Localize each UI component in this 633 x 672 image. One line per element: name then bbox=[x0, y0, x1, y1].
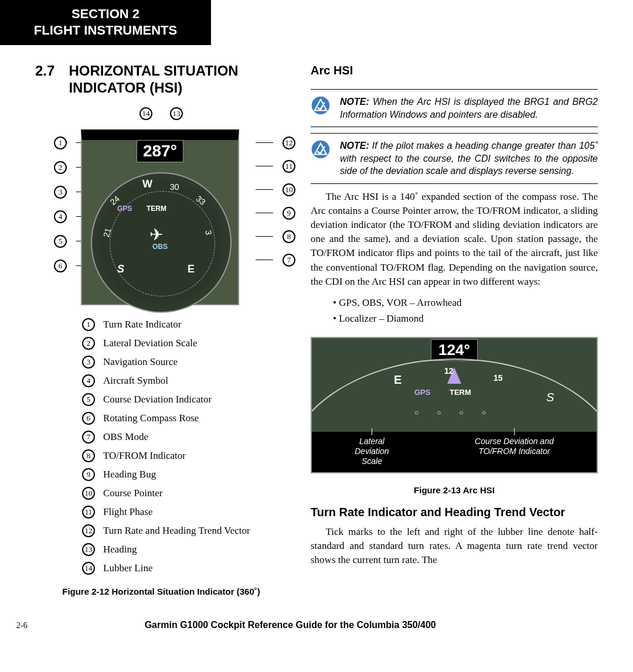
callout-7: 7 bbox=[283, 254, 295, 267]
arc-figure: 124° 12 E 15 S GPS TERM ○ ○ ○ ○ Lateral … bbox=[311, 337, 598, 473]
legend-num: 7 bbox=[82, 431, 95, 444]
legend-num: 11 bbox=[82, 506, 95, 519]
bullet-2: Localizer – Diamond bbox=[333, 311, 598, 326]
legend-row: 14Lubber Line bbox=[82, 562, 287, 575]
arc-12: 12 bbox=[444, 366, 454, 376]
arc-body-paragraph: The Arc HSI is a 140˚ expanded section o… bbox=[311, 190, 598, 289]
note-icon bbox=[311, 139, 331, 159]
legend-row: 12Turn Rate and Heading Trend Vector bbox=[82, 524, 287, 537]
section-line1: SECTION 2 bbox=[12, 6, 199, 22]
callouts-top: 14 13 bbox=[35, 107, 287, 120]
page-footer: 2-6 Garmin G1000 Cockpit Reference Guide… bbox=[0, 608, 633, 648]
main-heading: 2.7 HORIZONTAL SITUATION INDICATOR (HSI) bbox=[35, 63, 287, 97]
hsi-heading: 287° bbox=[137, 140, 183, 162]
note-block-2: NOTE: If the pilot makes a heading chang… bbox=[311, 133, 598, 184]
legend-num: 14 bbox=[82, 562, 95, 575]
callout-14: 14 bbox=[139, 107, 152, 120]
arc-instrument: 124° 12 E 15 S GPS TERM ○ ○ ○ ○ bbox=[312, 338, 597, 432]
legend-text: Navigation Source bbox=[103, 356, 178, 368]
arc-annotations: Lateral Deviation Scale Course Deviation… bbox=[312, 432, 597, 472]
legend-text: Course Pointer bbox=[103, 487, 163, 499]
legend-num: 12 bbox=[82, 524, 95, 537]
arc-term: TERM bbox=[450, 388, 471, 397]
note-2-text: NOTE: If the pilot makes a heading chang… bbox=[340, 139, 598, 178]
compass-e: E bbox=[188, 263, 195, 275]
legend-num: 6 bbox=[82, 412, 95, 425]
left-column: 2.7 HORIZONTAL SITUATION INDICATOR (HSI)… bbox=[35, 63, 287, 596]
arc-gps: GPS bbox=[414, 388, 430, 397]
legend-row: 4Aircraft Symbol bbox=[82, 374, 287, 387]
legend-num: 5 bbox=[82, 393, 95, 406]
hsi-instrument: 287° W 30 33 24 21 S E 3 GPS TERM OBS ✈ bbox=[81, 129, 239, 305]
legend-text: Lubber Line bbox=[103, 562, 153, 574]
legend-row: 6Rotating Compass Rose bbox=[82, 412, 287, 425]
figure-left-caption: Figure 2-12 Horizontal Situation Indicat… bbox=[35, 586, 287, 596]
deviation-scale: ○ ○ ○ ○ bbox=[312, 408, 597, 417]
footer-title: Garmin G1000 Cockpit Reference Guide for… bbox=[145, 620, 436, 630]
legend-num: 1 bbox=[82, 318, 95, 331]
bullet-list: GPS, OBS, VOR – Arrowhead Localizer – Di… bbox=[333, 295, 598, 326]
legend-row: 9Heading Bug bbox=[82, 468, 287, 481]
compass-30: 30 bbox=[170, 182, 179, 192]
legend-text: Turn Rate and Heading Trend Vector bbox=[103, 525, 250, 537]
legend-text: Flight Phase bbox=[103, 506, 153, 518]
callout-10: 10 bbox=[283, 183, 295, 196]
legend-text: OBS Mode bbox=[103, 431, 148, 443]
callout-5: 5 bbox=[54, 235, 67, 248]
legend-text: Heading bbox=[103, 544, 137, 555]
callout-3: 3 bbox=[54, 186, 67, 199]
legend-row: 2Lateral Deviation Scale bbox=[82, 337, 287, 350]
compass-s: S bbox=[117, 263, 124, 275]
legend-num: 10 bbox=[82, 487, 95, 500]
annot-left: Lateral Deviation Scale bbox=[355, 436, 389, 466]
heading-title: HORIZONTAL SITUATION INDICATOR (HSI) bbox=[69, 63, 287, 97]
legend-num: 3 bbox=[82, 356, 95, 369]
section-line2: FLIGHT INSTRUMENTS bbox=[12, 22, 199, 39]
callout-12: 12 bbox=[283, 137, 295, 149]
note-icon bbox=[311, 95, 331, 115]
section-header: SECTION 2 FLIGHT INSTRUMENTS bbox=[0, 0, 211, 45]
legend: 1Turn Rate Indicator2Lateral Deviation S… bbox=[82, 318, 287, 575]
legend-text: Course Deviation Indicator bbox=[103, 394, 212, 405]
legend-row: 10Course Pointer bbox=[82, 487, 287, 500]
legend-row: 11Flight Phase bbox=[82, 506, 287, 519]
legend-num: 9 bbox=[82, 468, 95, 481]
arc-15: 15 bbox=[494, 373, 503, 383]
heading-number: 2.7 bbox=[35, 63, 55, 79]
callout-9: 9 bbox=[283, 207, 295, 220]
legend-num: 2 bbox=[82, 337, 95, 350]
turn-rate-paragraph: Tick marks to the left and right of the … bbox=[311, 525, 598, 567]
arc-e: E bbox=[394, 373, 401, 387]
aircraft-icon: ✈ bbox=[149, 225, 163, 244]
legend-row: 8TO/FROM Indicator bbox=[82, 449, 287, 462]
hsi-figure: 14 13 1 2 3 4 5 6 287° W 30 33 24 21 bbox=[35, 107, 287, 306]
bullet-1: GPS, OBS, VOR – Arrowhead bbox=[333, 295, 598, 311]
right-column: Arc HSI NOTE: When the Arc HSI is displa… bbox=[311, 63, 598, 596]
arc-s: S bbox=[546, 391, 554, 404]
legend-row: 1Turn Rate Indicator bbox=[82, 318, 287, 331]
legend-text: Rotating Compass Rose bbox=[103, 412, 199, 424]
figure-right-caption: Figure 2-13 Arc HSI bbox=[311, 485, 598, 495]
page-number: 2-6 bbox=[16, 621, 28, 630]
callout-6: 6 bbox=[54, 260, 67, 272]
annot-right: Course Deviation and TO/FROM Indicator bbox=[475, 436, 554, 466]
legend-num: 4 bbox=[82, 374, 95, 387]
hsi-term-label: TERM bbox=[147, 204, 166, 213]
legend-row: 5Course Deviation Indicator bbox=[82, 393, 287, 406]
callout-4: 4 bbox=[54, 210, 67, 223]
hsi-gps-label: GPS bbox=[117, 204, 132, 213]
note-block-1: NOTE: When the Arc HSI is displayed the … bbox=[311, 89, 598, 127]
legend-text: Aircraft Symbol bbox=[103, 375, 168, 387]
arc-hsi-heading: Arc HSI bbox=[311, 64, 598, 77]
legend-text: TO/FROM Indicator bbox=[103, 450, 186, 462]
callout-2: 2 bbox=[54, 161, 67, 174]
legend-num: 13 bbox=[82, 543, 95, 556]
legend-num: 8 bbox=[82, 449, 95, 462]
callout-1: 1 bbox=[54, 137, 67, 149]
compass-w: W bbox=[142, 178, 152, 190]
legend-text: Lateral Deviation Scale bbox=[103, 337, 197, 349]
legend-row: 7OBS Mode bbox=[82, 431, 287, 444]
callout-11: 11 bbox=[283, 160, 295, 173]
callout-8: 8 bbox=[283, 230, 295, 243]
legend-text: Turn Rate Indicator bbox=[103, 319, 181, 330]
